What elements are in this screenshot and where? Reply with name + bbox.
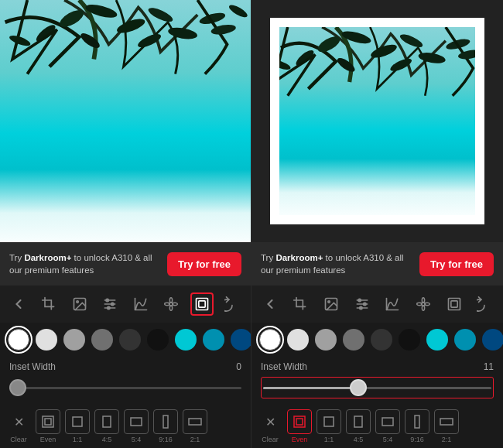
left-panel: Try Darkroom+ to unlock A310 & all our p… xyxy=(0,0,252,448)
right-preset-clear[interactable]: ✕ Clear xyxy=(258,409,282,443)
left-image-preview xyxy=(0,0,251,242)
right-tool-curve[interactable] xyxy=(381,292,404,316)
right-preset-54-icon xyxy=(375,409,400,434)
svg-rect-68 xyxy=(382,418,393,426)
right-preset-clear-icon: ✕ xyxy=(258,409,282,434)
left-tool-back[interactable] xyxy=(7,292,30,316)
left-tool-crop[interactable] xyxy=(37,292,60,316)
right-color-cyan[interactable] xyxy=(426,329,448,351)
right-tool-frame[interactable] xyxy=(443,292,466,316)
right-color-midgray[interactable] xyxy=(343,329,364,351)
right-tool-image[interactable] xyxy=(320,292,343,316)
right-preset-21-icon xyxy=(434,409,459,434)
left-preset-21[interactable]: 2:1 xyxy=(183,409,207,443)
right-tool-adjust[interactable] xyxy=(351,292,374,316)
right-promo-bar: Try Darkroom+ to unlock A310 & all our p… xyxy=(252,242,503,286)
left-tool-frame[interactable] xyxy=(190,292,214,316)
left-preset-row: ✕ Clear Even 1:1 4:5 5:4 xyxy=(0,405,251,448)
svg-point-52 xyxy=(358,299,361,301)
left-slider-section: Inset Width 0 xyxy=(0,357,251,405)
right-color-black[interactable] xyxy=(399,329,420,351)
left-tool-adjust[interactable] xyxy=(98,292,121,316)
right-preset-45-icon xyxy=(346,409,371,434)
right-color-lightgray[interactable] xyxy=(287,329,309,351)
left-preset-916[interactable]: 9:16 xyxy=(153,409,178,443)
right-try-button[interactable]: Try for free xyxy=(419,252,494,276)
right-preset-11[interactable]: 1:1 xyxy=(317,409,341,443)
left-color-cyan[interactable] xyxy=(175,329,197,351)
right-color-blue[interactable] xyxy=(482,329,503,351)
right-tool-back[interactable] xyxy=(258,292,282,316)
left-color-black[interactable] xyxy=(147,329,169,351)
right-preset-916-icon xyxy=(405,409,429,434)
svg-point-39 xyxy=(399,32,424,50)
left-preset-54-label: 5:4 xyxy=(132,436,142,443)
left-promo-bar: Try Darkroom+ to unlock A310 & all our p… xyxy=(0,242,251,286)
left-preset-clear[interactable]: ✕ Clear xyxy=(6,409,31,443)
svg-rect-28 xyxy=(199,301,205,307)
right-preset-even[interactable]: Even xyxy=(287,409,312,443)
right-slider-value: 11 xyxy=(484,361,494,372)
left-preset-21-label: 2:1 xyxy=(190,436,200,443)
left-preset-916-label: 9:16 xyxy=(159,436,173,443)
right-color-darkgray[interactable] xyxy=(371,329,392,351)
right-slider-thumb[interactable] xyxy=(350,379,367,396)
left-tool-undo[interactable] xyxy=(221,292,244,316)
left-preset-21-icon xyxy=(183,409,207,434)
left-color-blue[interactable] xyxy=(231,329,251,351)
right-tool-crop[interactable] xyxy=(289,292,312,316)
right-brand-name: Darkroom+ xyxy=(275,253,323,262)
right-image-area xyxy=(252,0,503,242)
right-color-white[interactable] xyxy=(259,329,281,351)
left-color-teal[interactable] xyxy=(203,329,224,351)
left-try-button[interactable]: Try for free xyxy=(167,252,241,276)
svg-rect-35 xyxy=(189,419,201,425)
svg-rect-66 xyxy=(324,417,334,426)
right-color-gray[interactable] xyxy=(315,329,337,351)
left-color-gray[interactable] xyxy=(63,329,85,351)
left-preset-11[interactable]: 1:1 xyxy=(65,409,90,443)
left-slider-thumb[interactable] xyxy=(9,379,26,396)
left-tool-flower[interactable] xyxy=(159,292,183,316)
left-promo-text: Try Darkroom+ to unlock A310 & all our p… xyxy=(9,251,159,276)
right-preset-916-label: 9:16 xyxy=(410,436,424,443)
svg-point-7 xyxy=(79,31,102,51)
right-preset-45[interactable]: 4:5 xyxy=(346,409,371,443)
left-slider-track[interactable] xyxy=(9,377,241,398)
right-color-teal[interactable] xyxy=(454,329,476,351)
svg-point-13 xyxy=(77,301,79,303)
right-image-frame xyxy=(270,18,484,224)
svg-rect-27 xyxy=(196,299,207,310)
svg-rect-69 xyxy=(415,416,419,428)
right-tool-flower[interactable] xyxy=(412,292,435,316)
right-promo-text: Try Darkroom+ to unlock A310 & all our p… xyxy=(261,251,412,276)
left-preset-even[interactable]: Even xyxy=(36,409,60,443)
svg-rect-67 xyxy=(354,416,362,427)
left-color-darkgray[interactable] xyxy=(119,329,141,351)
left-preset-45[interactable]: 4:5 xyxy=(94,409,119,443)
right-branch-svg xyxy=(279,27,474,130)
right-preset-54[interactable]: 5:4 xyxy=(375,409,400,443)
svg-point-54 xyxy=(359,306,361,309)
left-color-lightgray[interactable] xyxy=(36,329,57,351)
left-color-midgray[interactable] xyxy=(91,329,113,351)
svg-rect-30 xyxy=(45,419,51,425)
left-color-white[interactable] xyxy=(8,329,29,351)
svg-rect-32 xyxy=(103,416,111,427)
right-color-row xyxy=(252,323,503,357)
right-slider-track[interactable] xyxy=(261,377,494,398)
left-tool-image[interactable] xyxy=(68,292,91,316)
svg-point-53 xyxy=(363,303,365,305)
right-preset-45-label: 4:5 xyxy=(354,436,364,443)
left-preset-clear-label: Clear xyxy=(10,436,27,443)
svg-point-11 xyxy=(228,3,249,20)
left-preset-54[interactable]: 5:4 xyxy=(124,409,149,443)
right-preset-21[interactable]: 2:1 xyxy=(434,409,459,443)
left-tool-curve[interactable] xyxy=(129,292,152,316)
left-slider-bg xyxy=(9,387,241,389)
left-preset-916-icon xyxy=(153,409,178,434)
right-preset-916[interactable]: 9:16 xyxy=(405,409,429,443)
right-tool-undo[interactable] xyxy=(473,292,496,316)
svg-rect-63 xyxy=(450,301,457,307)
right-preset-54-label: 5:4 xyxy=(383,436,393,443)
